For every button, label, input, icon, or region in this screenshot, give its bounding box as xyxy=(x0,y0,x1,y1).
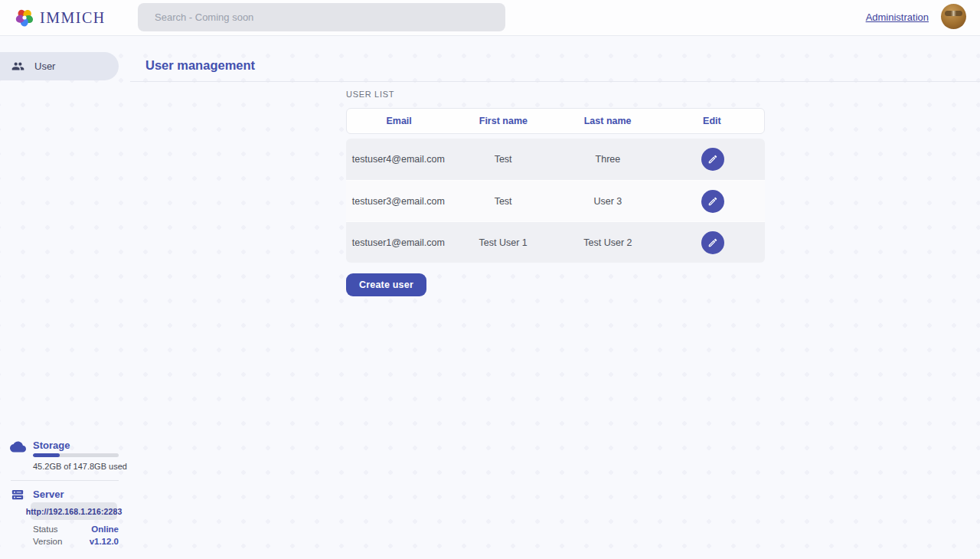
immich-flower-icon xyxy=(15,8,34,28)
sidebar-item-user[interactable]: User xyxy=(0,52,119,80)
user-table-header: Email First name Last name Edit xyxy=(346,108,765,134)
pencil-icon xyxy=(707,196,718,207)
column-header-last-name: Last name xyxy=(556,116,660,126)
status-value: Online xyxy=(91,525,119,534)
pencil-icon xyxy=(707,237,718,248)
table-row: testuser4@email.com Test Three xyxy=(346,139,765,180)
user-first-name: Test User 1 xyxy=(451,237,556,248)
administration-link[interactable]: Administration xyxy=(866,11,929,23)
table-row: testuser3@email.com Test User 3 xyxy=(346,180,765,221)
immich-admin-app: IMMICH Administration User Storage 45.2G… xyxy=(0,0,980,559)
app-logo[interactable]: IMMICH xyxy=(15,8,106,28)
search-input[interactable] xyxy=(138,3,505,31)
storage-progress-bar xyxy=(33,453,119,457)
column-header-first-name: First name xyxy=(451,116,555,126)
status-label: Status xyxy=(33,525,58,534)
sidebar-divider xyxy=(11,480,119,481)
version-value: v1.12.0 xyxy=(90,537,119,546)
create-user-button[interactable]: Create user xyxy=(346,273,426,296)
page-title: User management xyxy=(145,58,255,73)
server-icon xyxy=(11,488,24,502)
avatar[interactable] xyxy=(941,4,966,29)
server-url-badge: http://192.168.1.216:2283 xyxy=(31,502,117,520)
top-bar: IMMICH Administration xyxy=(0,0,980,36)
edit-user-button[interactable] xyxy=(701,148,724,171)
user-first-name: Test xyxy=(451,154,556,165)
user-email: testuser3@email.com xyxy=(346,196,451,207)
user-table-body: testuser4@email.com Test Three testuser3… xyxy=(346,139,765,263)
user-email: testuser4@email.com xyxy=(346,154,451,165)
search-bar[interactable] xyxy=(138,3,505,31)
server-status-row: Status Online xyxy=(33,525,119,534)
storage-title: Storage xyxy=(33,440,70,451)
user-email: testuser1@email.com xyxy=(346,237,451,248)
server-title: Server xyxy=(33,489,64,500)
column-header-edit: Edit xyxy=(660,116,764,126)
column-header-email: Email xyxy=(347,116,451,126)
user-last-name: Test User 2 xyxy=(556,237,661,248)
cloud-icon xyxy=(10,439,26,455)
version-label: Version xyxy=(33,537,62,546)
user-last-name: Three xyxy=(556,154,661,165)
storage-usage-text: 45.2GB of 147.8GB used xyxy=(33,462,127,471)
edit-user-button[interactable] xyxy=(701,190,724,213)
logo-wordmark: IMMICH xyxy=(40,9,106,27)
table-row: testuser1@email.com Test User 1 Test Use… xyxy=(346,221,765,263)
user-first-name: Test xyxy=(451,196,556,207)
user-last-name: User 3 xyxy=(556,196,661,207)
sidebar-item-label: User xyxy=(34,60,55,72)
user-list-section-label: USER LIST xyxy=(346,90,394,99)
people-icon xyxy=(11,60,24,73)
storage-progress-fill xyxy=(33,453,60,457)
avatar-glasses-detail xyxy=(945,11,962,16)
server-version-row: Version v1.12.0 xyxy=(33,537,119,546)
title-divider xyxy=(130,81,980,82)
pencil-icon xyxy=(707,154,718,165)
edit-user-button[interactable] xyxy=(701,231,724,254)
